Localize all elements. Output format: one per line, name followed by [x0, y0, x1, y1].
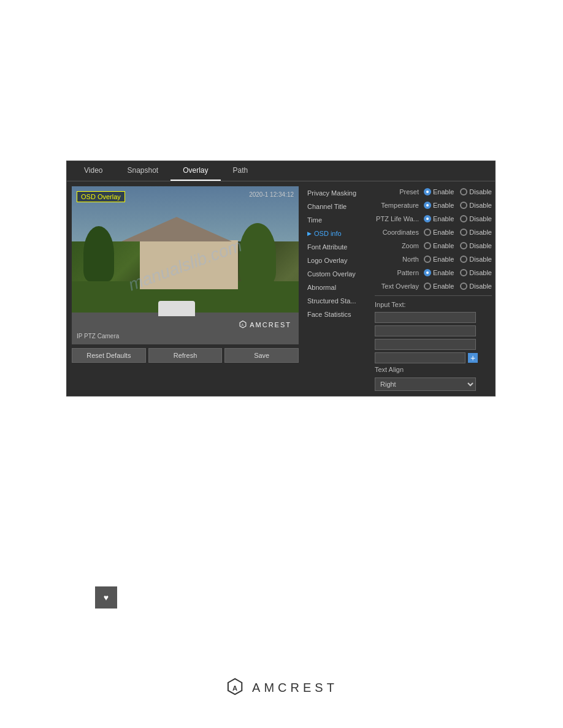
menu-item-structured-sta[interactable]: Structured Sta... [304, 294, 371, 308]
svg-text:A: A [242, 324, 245, 327]
brand-name-text: AMCREST [252, 681, 338, 695]
input-text-label: Input Text: [375, 300, 492, 309]
tab-overlay[interactable]: Overlay [170, 161, 220, 181]
radio-circle-zoom-disable [460, 242, 467, 249]
text-input-3[interactable] [375, 339, 476, 350]
radio-pattern-enable[interactable]: Enable [424, 269, 454, 276]
menu-item-time[interactable]: Time [304, 213, 371, 227]
menu-item-font-attribute[interactable]: Font Attribute [304, 240, 371, 254]
radio-pattern-disable[interactable]: Disable [460, 269, 492, 276]
text-input-1[interactable] [375, 312, 476, 323]
refresh-button[interactable]: Refresh [148, 348, 223, 363]
radio-north-enable[interactable]: Enable [424, 256, 454, 263]
radio-group-temperature: Enable Disable [424, 202, 492, 209]
svg-text:A: A [232, 684, 237, 692]
setting-row-pattern: Pattern Enable Disable [375, 267, 492, 278]
tab-path[interactable]: Path [221, 161, 261, 181]
brand-hex-icon: A [225, 678, 245, 697]
radio-label-preset-disable: Disable [469, 188, 492, 195]
radio-label-temperature-disable: Disable [469, 202, 492, 209]
setting-row-temperature: Temperature Enable Disable [375, 200, 492, 211]
radio-preset-enable[interactable]: Enable [424, 188, 454, 195]
menu-item-osd-info[interactable]: ▶ OSD info [304, 227, 371, 240]
content-area: OSD Overlay 2020-1 12:34:12 A AMCREST IP… [67, 181, 495, 396]
tab-video[interactable]: Video [72, 161, 115, 181]
text-input-2[interactable] [375, 325, 476, 336]
radio-coordinates-disable[interactable]: Disable [460, 229, 492, 236]
bottom-small-icon: ♥ [95, 586, 117, 609]
radio-label-preset-enable: Enable [433, 188, 454, 195]
tab-snapshot[interactable]: Snapshot [115, 161, 170, 181]
amcrest-hex-icon: A [239, 320, 247, 329]
bottom-brand: A AMCREST [225, 678, 338, 697]
menu-item-logo-overlay[interactable]: Logo Overlay [304, 254, 371, 267]
menu-item-channel-title[interactable]: Channel Title [304, 200, 371, 213]
label-coordinates: Coordinates [375, 229, 424, 236]
heart-icon: ♥ [104, 593, 109, 602]
radio-circle-temperature-enable [424, 202, 431, 209]
camera-label: IP PTZ Camera [77, 333, 119, 339]
radio-zoom-disable[interactable]: Disable [460, 242, 492, 249]
radio-label-north-enable: Enable [433, 256, 454, 263]
text-align-select[interactable]: Left Center Right [375, 377, 476, 391]
radio-circle-coordinates-enable [424, 229, 431, 236]
left-side: OSD Overlay 2020-1 12:34:12 A AMCREST IP… [72, 186, 299, 391]
sidebar-menu: Privacy Masking Channel Title Time ▶ OSD… [304, 186, 371, 391]
radio-zoom-enable[interactable]: Enable [424, 242, 454, 249]
roof [121, 217, 232, 241]
label-north: North [375, 256, 424, 263]
radio-label-ptz-life-enable: Enable [433, 215, 454, 222]
radio-circle-north-enable [424, 256, 431, 263]
radio-circle-text-overlay-disable [460, 282, 467, 290]
radio-group-text-overlay: Enable Disable [424, 282, 492, 290]
radio-label-coordinates-enable: Enable [433, 229, 454, 236]
menu-item-abnormal[interactable]: Abnormal [304, 281, 371, 294]
label-zoom: Zoom [375, 242, 424, 249]
radio-group-pattern: Enable Disable [424, 269, 492, 276]
radio-label-text-overlay-disable: Disable [469, 282, 492, 290]
menu-item-custom-overlay[interactable]: Custom Overlay [304, 267, 371, 281]
radio-temperature-enable[interactable]: Enable [424, 202, 454, 209]
radio-circle-preset-disable [460, 188, 467, 195]
right-side: Privacy Masking Channel Title Time ▶ OSD… [304, 186, 492, 391]
radio-text-overlay-disable[interactable]: Disable [460, 282, 492, 290]
radio-group-preset: Enable Disable [424, 188, 492, 195]
radio-circle-ptz-life-disable [460, 215, 467, 222]
menu-item-privacy-masking[interactable]: Privacy Masking [304, 186, 371, 200]
osd-arrow-icon: ▶ [307, 230, 312, 237]
radio-circle-text-overlay-enable [424, 282, 431, 290]
radio-coordinates-enable[interactable]: Enable [424, 229, 454, 236]
radio-circle-temperature-disable [460, 202, 467, 209]
radio-preset-disable[interactable]: Disable [460, 188, 492, 195]
osd-overlay-label: OSD Overlay [77, 191, 125, 202]
menu-item-face-statistics[interactable]: Face Statistics [304, 308, 371, 321]
setting-row-preset: Preset Enable Disable [375, 186, 492, 197]
radio-label-north-disable: Disable [469, 256, 492, 263]
add-text-button[interactable]: + [468, 353, 478, 363]
save-button[interactable]: Save [224, 348, 299, 363]
radio-text-overlay-enable[interactable]: Enable [424, 282, 454, 290]
tree-left [83, 226, 114, 281]
text-align-label: Text Align [375, 366, 492, 373]
radio-label-zoom-disable: Disable [469, 242, 492, 249]
text-input-4[interactable] [375, 352, 465, 363]
radio-temperature-disable[interactable]: Disable [460, 202, 492, 209]
label-pattern: Pattern [375, 269, 424, 276]
radio-north-disable[interactable]: Disable [460, 256, 492, 263]
radio-circle-ptz-life-enable [424, 215, 431, 222]
settings-panel: Preset Enable Disable Temperat [375, 186, 492, 391]
label-text-overlay: Text Overlay [375, 282, 424, 290]
radio-ptz-life-enable[interactable]: Enable [424, 215, 454, 222]
radio-label-zoom-enable: Enable [433, 242, 454, 249]
radio-label-temperature-enable: Enable [433, 202, 454, 209]
house [140, 240, 238, 289]
radio-circle-preset-enable [424, 188, 431, 195]
menu-item-osd-label: OSD info [314, 230, 342, 237]
reset-defaults-button[interactable]: Reset Defaults [72, 348, 146, 363]
tab-bar: Video Snapshot Overlay Path [67, 161, 495, 181]
car [158, 301, 195, 316]
radio-group-ptz-life: Enable Disable [424, 215, 492, 222]
radio-ptz-life-disable[interactable]: Disable [460, 215, 492, 222]
setting-row-coordinates: Coordinates Enable Disable [375, 227, 492, 238]
radio-circle-zoom-enable [424, 242, 431, 249]
